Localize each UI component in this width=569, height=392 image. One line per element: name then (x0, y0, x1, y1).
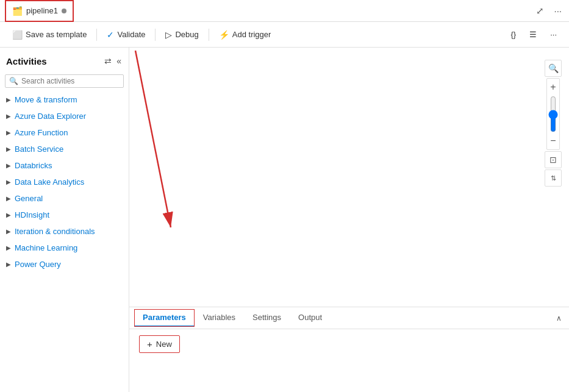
zoom-slider[interactable] (547, 96, 559, 132)
collapse-panel-chevron[interactable]: ∧ (554, 312, 564, 325)
list-item[interactable]: ▶ Azure Data Explorer (0, 108, 129, 124)
debug-button[interactable]: ▷ Debug (160, 27, 203, 42)
properties-icon: ☰ (529, 30, 537, 39)
canvas-main[interactable]: 🔍 + − ⊡ ⇅ (129, 48, 569, 307)
list-item[interactable]: ▶ HDInsight (0, 207, 129, 223)
expand-arrow: ▶ (6, 162, 11, 169)
sidebar-title: Activities (6, 56, 47, 66)
save-template-label: Save as template (26, 30, 87, 39)
tab-bar: 🗂️ pipeline1 ⤢ ··· (0, 0, 569, 22)
validate-icon: ✓ (107, 30, 114, 40)
activity-label: Azure Function (15, 128, 68, 137)
add-trigger-button[interactable]: ⚡ Add trigger (214, 27, 276, 42)
debug-label: Debug (175, 30, 198, 39)
activity-label: Power Query (15, 260, 61, 269)
code-icon: {} (510, 30, 516, 39)
activity-label: Data Lake Analytics (15, 177, 84, 187)
search-box: 🔍 (5, 74, 124, 88)
fit-view-button[interactable]: ⊡ (545, 151, 562, 168)
list-item[interactable]: ▶ Iteration & conditionals (0, 223, 129, 240)
tab-output[interactable]: Output (290, 309, 331, 327)
list-item[interactable]: ▶ Data Lake Analytics (0, 174, 129, 190)
expand-arrow: ▶ (6, 244, 11, 251)
auto-layout-button[interactable]: ⇅ (545, 169, 562, 187)
canvas-tools: 🔍 + − ⊡ ⇅ (545, 60, 562, 187)
trigger-label: Add trigger (232, 30, 271, 39)
expand-icon[interactable]: ⤢ (534, 4, 546, 18)
tab-parameters[interactable]: Parameters (134, 309, 195, 327)
tab-settings[interactable]: Settings (244, 309, 290, 327)
annotation-arrow (129, 48, 569, 307)
activity-label: Machine Learning (15, 243, 77, 252)
sidebar-header-actions: ⇄ « (103, 55, 123, 67)
list-item[interactable]: ▶ General (0, 190, 129, 207)
search-icon: 🔍 (9, 77, 18, 85)
tab-unsaved-dot (62, 9, 66, 13)
zoom-slider-container: + − (546, 78, 560, 150)
toolbar-right: {} ☰ ··· (506, 27, 562, 41)
expand-arrow: ▶ (6, 195, 11, 202)
tab-variables[interactable]: Variables (195, 309, 244, 327)
toolbar-more-button[interactable]: ··· (545, 27, 562, 41)
canvas-area: 🔍 + − ⊡ ⇅ Parameters Variables Settings … (129, 48, 569, 392)
bottom-panel: Parameters Variables Settings Output ∧ +… (129, 307, 569, 392)
activity-label: Batch Service (15, 144, 63, 154)
more-options-icon[interactable]: ··· (551, 4, 564, 17)
expand-arrow: ▶ (6, 96, 11, 103)
expand-arrow: ▶ (6, 179, 11, 185)
save-template-button[interactable]: ⬜ Save as template (7, 27, 91, 42)
bottom-content: + New (129, 329, 569, 359)
activity-list: ▶ Move & transform ▶ Azure Data Explorer… (0, 91, 129, 392)
save-template-icon: ⬜ (12, 30, 23, 40)
search-canvas-button[interactable]: 🔍 (545, 60, 562, 77)
validate-label: Validate (117, 30, 145, 39)
activity-label: Databricks (15, 161, 52, 170)
list-item[interactable]: ▶ Machine Learning (0, 240, 129, 256)
debug-icon: ▷ (165, 30, 172, 40)
activity-label: Move & transform (15, 95, 77, 104)
expand-arrow: ▶ (6, 261, 11, 268)
list-item[interactable]: ▶ Azure Function (0, 124, 129, 141)
expand-arrow: ▶ (6, 212, 11, 218)
expand-arrow: ▶ (6, 146, 11, 152)
toolbar-separator-3 (209, 29, 209, 41)
expand-arrow: ▶ (6, 129, 11, 136)
zoom-in-button[interactable]: + (547, 81, 559, 93)
svg-line-1 (135, 51, 171, 227)
sidebar-header: Activities ⇄ « (0, 48, 129, 72)
bottom-tab-bar: Parameters Variables Settings Output ∧ (129, 307, 569, 329)
sidebar: Activities ⇄ « 🔍 ▶ Move & transform ▶ Az… (0, 48, 129, 392)
pipeline-tab-icon: 🗂️ (12, 6, 23, 16)
code-view-button[interactable]: {} (506, 27, 521, 41)
pipeline-tab[interactable]: 🗂️ pipeline1 (5, 0, 74, 22)
filter-button[interactable]: ⇄ (103, 55, 113, 67)
list-item[interactable]: ▶ Batch Service (0, 141, 129, 157)
list-item[interactable]: ▶ Move & transform (0, 91, 129, 108)
activity-label: Azure Data Explorer (15, 112, 86, 121)
tab-actions: ⤢ ··· (534, 4, 564, 18)
toolbar: ⬜ Save as template ✓ Validate ▷ Debug ⚡ … (0, 22, 569, 48)
list-item[interactable]: ▶ Power Query (0, 256, 129, 273)
main-layout: Activities ⇄ « 🔍 ▶ Move & transform ▶ Az… (0, 48, 569, 392)
properties-button[interactable]: ☰ (524, 27, 542, 41)
collapse-sidebar-button[interactable]: « (115, 55, 123, 67)
activity-label: HDInsight (15, 210, 49, 219)
expand-arrow: ▶ (6, 113, 11, 119)
search-input[interactable] (21, 77, 120, 85)
validate-button[interactable]: ✓ Validate (102, 27, 150, 42)
new-parameter-button[interactable]: + New (139, 335, 180, 353)
expand-arrow: ▶ (6, 228, 11, 235)
toolbar-separator-1 (96, 29, 97, 41)
trigger-icon: ⚡ (219, 30, 229, 40)
new-plus-icon: + (147, 339, 152, 349)
toolbar-separator-2 (155, 29, 156, 41)
toolbar-more-icon: ··· (550, 30, 557, 39)
new-button-label: New (156, 340, 172, 349)
list-item[interactable]: ▶ Databricks (0, 157, 129, 174)
zoom-out-button[interactable]: − (547, 135, 559, 147)
activity-label: General (15, 194, 43, 203)
pipeline-tab-title: pipeline1 (26, 6, 58, 15)
activity-label: Iteration & conditionals (15, 227, 95, 236)
